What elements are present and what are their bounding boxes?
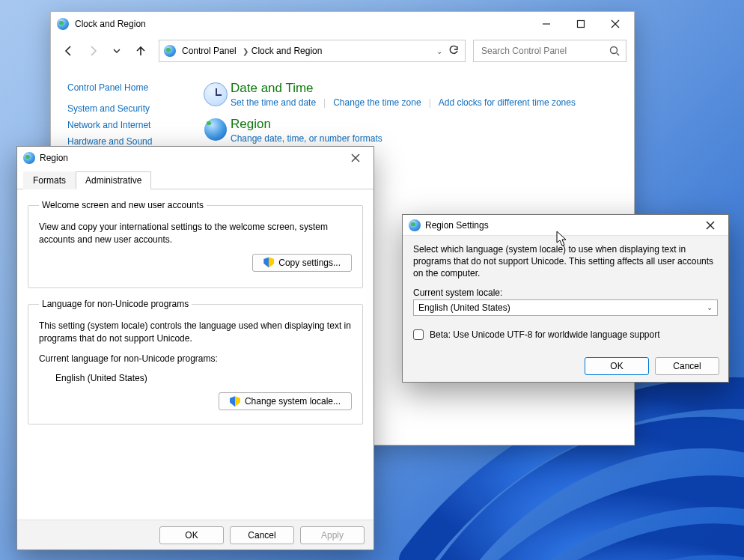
cp-toolbar: Control Panel ❯ Clock and Region ⌄ xyxy=(51,36,634,66)
chevron-down-icon[interactable]: ⌄ xyxy=(436,47,442,55)
system-locale-dropdown[interactable]: English (United States) ⌄ xyxy=(413,299,718,316)
minimize-button[interactable] xyxy=(529,13,564,35)
close-button[interactable] xyxy=(598,13,632,35)
chevron-down-icon: ⌄ xyxy=(707,303,713,311)
rs-footer: OK Cancel xyxy=(403,350,728,382)
globe-icon xyxy=(409,219,421,231)
section-region: Region Change date, time, or number form… xyxy=(201,117,626,144)
current-lang-label: Current language for non-Unicode program… xyxy=(39,353,352,365)
link-set-time-date[interactable]: Set the time and date xyxy=(231,97,316,108)
shield-icon xyxy=(263,258,274,268)
globe-icon xyxy=(164,45,176,57)
cancel-button[interactable]: Cancel xyxy=(230,526,294,544)
nav-forward-button[interactable] xyxy=(82,40,103,61)
svg-point-4 xyxy=(611,47,618,54)
search-box[interactable] xyxy=(473,40,626,62)
clock-icon xyxy=(204,82,228,106)
sidebar-item[interactable]: Network and Internet xyxy=(67,120,201,130)
utf8-checkbox[interactable] xyxy=(413,329,424,340)
region-footer: OK Cancel Apply xyxy=(17,520,373,550)
recent-locations-button[interactable] xyxy=(106,40,127,61)
rs-title: Region Settings xyxy=(425,220,489,231)
ok-button[interactable]: OK xyxy=(585,357,649,375)
welcome-text: View and copy your international setting… xyxy=(39,221,352,246)
rs-description: Select which language (system locale) to… xyxy=(413,243,718,280)
cp-window-title: Clock and Region xyxy=(75,19,146,29)
breadcrumb-item[interactable]: Control Panel xyxy=(182,46,237,56)
search-icon xyxy=(609,46,620,56)
utf8-label[interactable]: Beta: Use Unicode UTF-8 for worldwide la… xyxy=(430,329,660,340)
search-input[interactable] xyxy=(480,45,609,57)
section-date-time: Date and Time Set the time and date | Ch… xyxy=(201,81,626,108)
close-button[interactable] xyxy=(341,148,371,168)
group-welcome-screen: Welcome screen and new user accounts Vie… xyxy=(28,200,363,288)
cursor-icon xyxy=(556,231,568,247)
close-button[interactable] xyxy=(695,216,725,235)
link-add-clocks[interactable]: Add clocks for different time zones xyxy=(439,97,576,108)
globe-icon xyxy=(204,118,227,141)
globe-icon xyxy=(57,18,69,30)
change-system-locale-button[interactable]: Change system locale... xyxy=(219,392,352,410)
system-locale-value: English (United States) xyxy=(418,302,510,313)
sidebar-item[interactable]: Hardware and Sound xyxy=(67,136,201,147)
copy-settings-button[interactable]: Copy settings... xyxy=(252,254,352,272)
section-heading[interactable]: Region xyxy=(231,117,626,132)
apply-button[interactable]: Apply xyxy=(300,526,365,544)
svg-rect-1 xyxy=(578,21,585,28)
nav-back-button[interactable] xyxy=(58,40,79,61)
link-change-formats[interactable]: Change date, time, or number formats xyxy=(231,133,382,144)
sidebar-item[interactable]: System and Security xyxy=(67,103,201,114)
link-change-time-zone[interactable]: Change the time zone xyxy=(333,97,421,108)
tab-administrative[interactable]: Administrative xyxy=(76,171,151,189)
chevron-right-icon[interactable]: ❯ xyxy=(243,47,248,55)
breadcrumb-item[interactable]: Clock and Region xyxy=(251,46,323,56)
shield-icon xyxy=(230,396,240,407)
region-tabs: Formats Administrative xyxy=(17,171,373,189)
sidebar-home-link[interactable]: Control Panel Home xyxy=(67,82,201,93)
group-legend: Language for non-Unicode programs xyxy=(39,299,192,309)
rs-locale-label: Current system locale: xyxy=(413,287,718,298)
section-heading[interactable]: Date and Time xyxy=(231,81,626,96)
group-legend: Welcome screen and new user accounts xyxy=(39,200,207,210)
address-bar[interactable]: Control Panel ❯ Clock and Region ⌄ xyxy=(159,40,466,62)
refresh-button[interactable] xyxy=(448,45,460,58)
tab-formats[interactable]: Formats xyxy=(23,171,76,189)
svg-line-5 xyxy=(617,53,619,55)
nav-up-button[interactable] xyxy=(130,40,151,61)
current-lang-value: English (United States) xyxy=(55,372,352,385)
region-dialog: Region Formats Administrative Welcome sc… xyxy=(16,146,374,550)
globe-icon xyxy=(23,152,35,164)
nonunicode-text: This setting (system locale) controls th… xyxy=(39,320,352,345)
region-titlebar[interactable]: Region xyxy=(17,147,373,169)
cancel-button[interactable]: Cancel xyxy=(655,357,719,375)
ok-button[interactable]: OK xyxy=(159,526,224,544)
group-non-unicode: Language for non-Unicode programs This s… xyxy=(28,299,363,424)
cp-titlebar[interactable]: Clock and Region xyxy=(51,12,634,36)
region-title: Region xyxy=(40,153,68,163)
maximize-button[interactable] xyxy=(564,13,598,35)
